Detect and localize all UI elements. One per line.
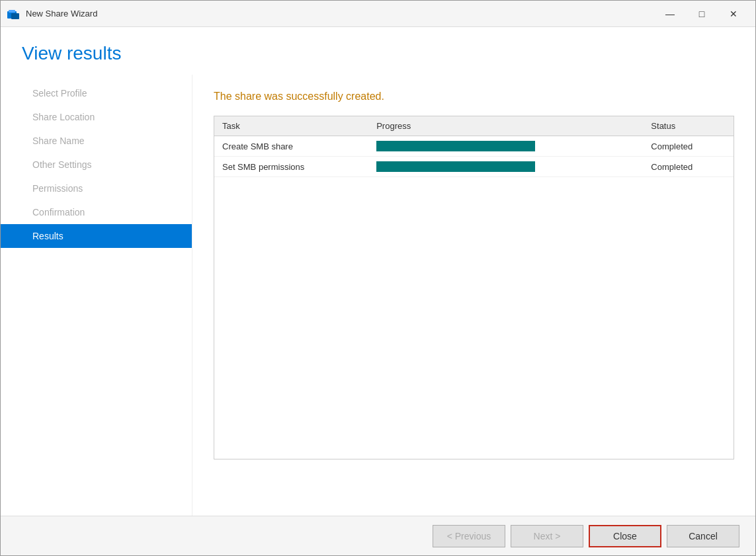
svg-rect-2	[11, 13, 19, 19]
cancel-button[interactable]: Cancel	[667, 525, 739, 547]
progress-bar-fill	[376, 161, 535, 172]
footer: < Previous Next > Close Cancel	[1, 516, 755, 555]
sidebar-item-share-location: Share Location	[1, 105, 192, 129]
success-message: The share was successfully created.	[214, 91, 734, 102]
previous-button[interactable]: < Previous	[433, 525, 505, 547]
page-title: View results	[22, 43, 734, 64]
sidebar-item-permissions: Permissions	[1, 177, 192, 200]
table-header-row: Task Progress Status	[214, 116, 734, 136]
sidebar-item-results[interactable]: Results	[1, 224, 192, 248]
sidebar-item-select-profile: Select Profile	[1, 81, 192, 105]
main-area: Select Profile Share Location Share Name…	[1, 75, 755, 516]
col-header-progress: Progress	[368, 116, 643, 136]
app-icon	[7, 7, 21, 20]
close-window-button[interactable]: ✕	[718, 4, 749, 24]
col-header-status: Status	[643, 116, 734, 136]
status-cell: Completed	[643, 157, 734, 177]
maximize-button[interactable]: □	[687, 4, 717, 24]
sidebar-item-other-settings: Other Settings	[1, 153, 192, 177]
results-table-wrapper: Task Progress Status Create SMB shareCom…	[214, 116, 734, 459]
window-body: View results Select Profile Share Locati…	[1, 27, 755, 555]
progress-cell	[368, 157, 643, 177]
content-area: The share was successfully created. Task…	[192, 75, 755, 516]
task-cell: Create SMB share	[214, 136, 368, 157]
minimize-button[interactable]: —	[655, 4, 685, 24]
sidebar-item-confirmation: Confirmation	[1, 200, 192, 224]
status-cell: Completed	[643, 136, 734, 157]
table-row: Create SMB shareCompleted	[214, 136, 734, 157]
progress-bar-fill	[376, 141, 535, 151]
sidebar: Select Profile Share Location Share Name…	[1, 75, 192, 516]
results-table: Task Progress Status Create SMB shareCom…	[214, 116, 734, 177]
svg-rect-1	[9, 10, 15, 13]
window-title: New Share Wizard	[26, 9, 655, 19]
title-bar: New Share Wizard — □ ✕	[1, 1, 755, 27]
window-controls: — □ ✕	[655, 4, 749, 24]
progress-cell	[368, 136, 643, 157]
table-row: Set SMB permissionsCompleted	[214, 157, 734, 177]
page-header: View results	[1, 27, 755, 75]
sidebar-item-share-name: Share Name	[1, 129, 192, 153]
close-button[interactable]: Close	[589, 525, 661, 547]
progress-bar-container	[376, 141, 535, 151]
col-header-task: Task	[214, 116, 368, 136]
task-cell: Set SMB permissions	[214, 157, 368, 177]
progress-bar-container	[376, 161, 535, 172]
wizard-window: New Share Wizard — □ ✕ View results Sele…	[0, 0, 756, 556]
next-button[interactable]: Next >	[511, 525, 583, 547]
